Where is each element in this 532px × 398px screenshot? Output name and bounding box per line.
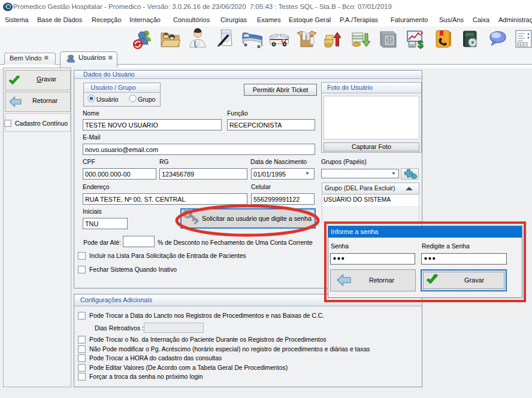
svg-text:$: $ (418, 39, 424, 50)
